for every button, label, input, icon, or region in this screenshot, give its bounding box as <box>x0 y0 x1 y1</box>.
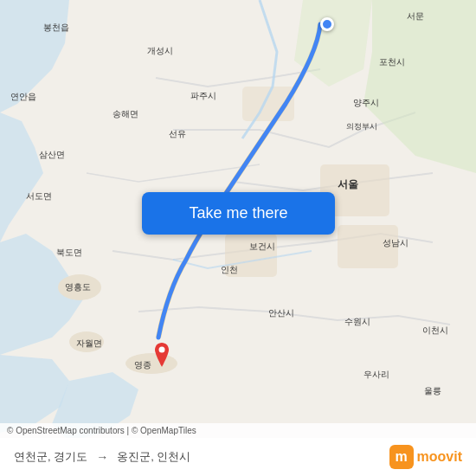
moovit-logo: m moovit <box>389 445 462 469</box>
origin-marker <box>320 17 334 31</box>
attribution-text: © OpenStreetMap contributors | © OpenMap… <box>7 426 196 435</box>
attribution-bar: © OpenStreetMap contributors | © OpenMap… <box>0 423 476 438</box>
map-background <box>0 0 476 476</box>
destination-pin <box>151 343 172 367</box>
svg-rect-6 <box>338 225 398 268</box>
svg-rect-5 <box>225 234 277 277</box>
moovit-brand-text: moovit <box>417 449 462 465</box>
svg-rect-7 <box>242 87 294 121</box>
svg-point-2 <box>69 331 104 352</box>
origin-label: 연천군, 경기도 <box>14 449 87 465</box>
destination-label: 옹진군, 인천시 <box>117 449 190 465</box>
svg-point-1 <box>58 274 101 300</box>
map-container: 봉천읍 연안읍 개성시 송해면 선유 파주시 서문 포천시 양주시 의정부시 삼… <box>0 0 476 476</box>
take-me-there-button[interactable]: Take me there <box>142 192 335 235</box>
arrow-icon: → <box>96 450 108 464</box>
bottom-navigation-bar: 연천군, 경기도 → 옹진군, 인천시 m moovit <box>0 438 476 476</box>
moovit-m-icon: m <box>389 445 414 469</box>
svg-point-8 <box>159 347 165 353</box>
